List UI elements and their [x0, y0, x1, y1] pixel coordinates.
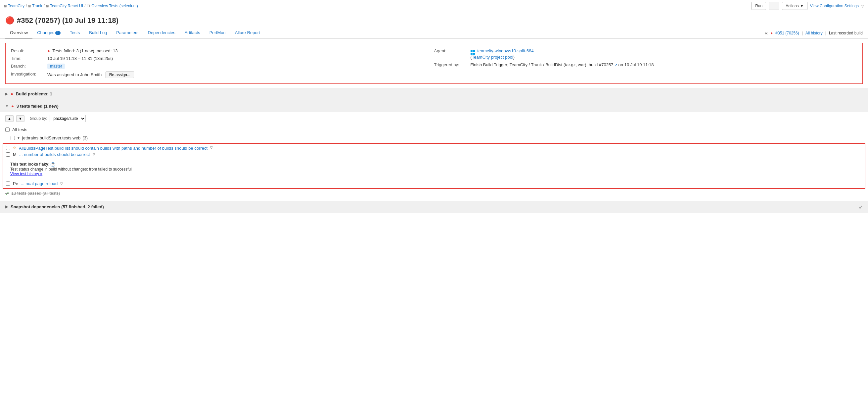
suite-expand-icon: ▼ — [17, 136, 20, 140]
grid-icon-3: ⊞ — [46, 4, 49, 8]
triggered-row: Triggered by: Finish Build Trigger; Team… — [434, 61, 858, 68]
changes-badge: 1 — [55, 31, 61, 35]
breadcrumb-react-ui[interactable]: TeamCity React UI — [50, 4, 83, 8]
build-problems-label: Build problems: 1 — [16, 91, 52, 96]
breadcrumb: ⊞ TeamCity / ⊞ Trunk / ⊞ TeamCity React … — [4, 4, 138, 8]
agent-value: teamcity-windows10-split-684 (TeamCity p… — [471, 48, 534, 60]
test-3-abbrev: Pe — [13, 181, 18, 186]
result-label: Result: — [11, 48, 47, 53]
agent-pool-link[interactable]: TeamCity project pool — [472, 55, 513, 60]
agent-label: Agent: — [434, 48, 471, 53]
triggered-label: Triggered by: — [434, 62, 471, 67]
main-content: Result: ● Tests failed: 3 (1 new), passe… — [0, 43, 868, 213]
tab-perfmon[interactable]: PerfMon — [205, 28, 230, 38]
test-3-dropdown-icon: ▽ — [60, 182, 63, 185]
expand-corner-icon: ⤢ — [859, 204, 863, 210]
snapshot-label: Snapshot dependencies (57 finished, 2 fa… — [10, 204, 104, 209]
test-2-abbrev: M — [13, 152, 17, 157]
suite-label: jetbrains.buildServer.tests.web — [22, 136, 81, 140]
last-recorded-text: Last recorded build — [829, 31, 863, 35]
branch-badge: master — [47, 64, 65, 69]
build-problems-error-icon: ● — [10, 91, 13, 96]
investigation-value: Was assigned to John Smith Re-assign... — [47, 71, 134, 78]
flaky-help-icon[interactable]: ? — [51, 162, 55, 167]
nav-sep-1: | — [802, 31, 803, 35]
tests-toolbar: ▲ ▼ Group by: package/suite — [0, 112, 868, 125]
test-1-checkbox[interactable] — [6, 146, 10, 150]
time-label: Time: — [11, 56, 47, 61]
test-3-checkbox[interactable] — [6, 181, 10, 186]
result-row: Result: ● Tests failed: 3 (1 new), passe… — [11, 47, 434, 55]
tabs-nav-right: « ● #351 (70256) | All history | Last re… — [765, 30, 863, 36]
tab-artifacts[interactable]: Artifacts — [180, 28, 205, 38]
expand-all-button[interactable]: ▲ — [5, 115, 13, 122]
snapshot-deps-section[interactable]: ▶ Snapshot dependencies (57 finished, 2 … — [0, 201, 868, 213]
grid-icon-2: ⊞ — [28, 4, 31, 8]
external-link-icon: ↗ — [615, 63, 617, 67]
tab-overview[interactable]: Overview — [5, 28, 32, 38]
view-test-history-link[interactable]: View test history » — [10, 172, 42, 176]
flaky-popup: This test looks flaky: ? Test status cha… — [6, 159, 862, 179]
all-tests-label: All tests — [12, 127, 28, 132]
check-icon: ✔ — [5, 191, 9, 196]
prev-build-arrow[interactable]: « — [765, 30, 768, 36]
reassign-button[interactable]: Re-assign... — [105, 71, 134, 78]
prev-build-link[interactable]: #351 (70256) — [775, 31, 799, 35]
group-by-select[interactable]: package/suite — [50, 115, 86, 122]
breadcrumb-sep-1: / — [26, 4, 27, 8]
tab-parameters[interactable]: Parameters — [112, 28, 143, 38]
suite-checkbox[interactable] — [10, 136, 15, 140]
test-item-3-row: Pe ... nual page reload ▽ — [6, 180, 862, 187]
run-button[interactable]: Run — [751, 2, 766, 10]
all-tests-row: All tests — [0, 125, 868, 134]
passed-tests-label: 13 tests passed (all tests) — [11, 191, 60, 196]
view-config-link[interactable]: View Configuration Settings — [810, 4, 859, 8]
breadcrumb-teamcity[interactable]: TeamCity — [8, 4, 25, 8]
result-error-icon: ● — [47, 48, 50, 53]
tests-failed-toggle: ▼ — [5, 104, 9, 108]
breadcrumb-trunk[interactable]: Trunk — [32, 4, 42, 8]
build-problems-section[interactable]: ▶ ● Build problems: 1 — [0, 88, 868, 100]
test-list: All tests ▼ jetbrains.buildServer.tests.… — [0, 125, 868, 198]
tab-build-log[interactable]: Build Log — [84, 28, 112, 38]
tabs-bar: Overview Changes1 Tests Build Log Parame… — [0, 28, 868, 39]
test-1-dropdown-icon: ▽ — [210, 146, 213, 149]
group-by-label: Group by: — [30, 116, 47, 121]
top-actions: Run ... Actions ▼ View Configuration Set… — [751, 2, 864, 10]
test-1-link[interactable]: AllBuildsPageTest.build list should cont… — [19, 146, 208, 151]
actions-button[interactable]: Actions ▼ — [782, 2, 807, 10]
time-row: Time: 10 Jul 19 11:18 – 11:31 (13m:25s) — [11, 55, 434, 62]
run-more-button[interactable]: ... — [769, 2, 779, 10]
breadcrumb-overview-tests[interactable]: Overview Tests (selenium) — [91, 4, 138, 8]
tests-failed-label: 3 tests failed (1 new) — [17, 104, 59, 109]
tab-dependencies[interactable]: Dependencies — [143, 28, 180, 38]
build-problems-toggle: ▶ — [5, 92, 8, 96]
tests-failed-error-icon: ● — [11, 104, 14, 109]
tab-tests[interactable]: Tests — [65, 28, 84, 38]
breadcrumb-sep-2: / — [44, 4, 45, 8]
page-icon: ☐ — [87, 4, 90, 8]
dropdown-arrow: ▼ — [800, 4, 804, 8]
all-history-link[interactable]: All history — [805, 31, 823, 35]
test-2-checkbox[interactable] — [6, 152, 10, 157]
flaky-title-row: This test looks flaky: ? — [10, 162, 858, 167]
triggered-value: Finish Build Trigger; TeamCity / Trunk /… — [471, 62, 654, 67]
test-2-suffix: ... number of builds should be correct — [19, 152, 90, 157]
result-value: ● Tests failed: 3 (1 new), passed: 13 — [47, 48, 118, 53]
time-value: 10 Jul 19 11:18 – 11:31 (13m:25s) — [47, 56, 113, 61]
page-title: #352 (70257) (10 Jul 19 11:18) — [17, 16, 119, 25]
collapse-all-button[interactable]: ▼ — [16, 115, 25, 122]
test-3-suffix: ... nual page reload — [21, 181, 58, 186]
test-1-icon: ☆ — [13, 146, 16, 150]
tests-failed-section-header[interactable]: ▼ ● 3 tests failed (1 new) — [0, 100, 868, 112]
error-icon-nav: ● — [770, 31, 773, 35]
page-title-section: 🔴 #352 (70257) (10 Jul 19 11:18) — [0, 12, 868, 28]
build-info-left: Result: ● Tests failed: 3 (1 new), passe… — [11, 47, 434, 80]
tab-allure[interactable]: Allure Report — [230, 28, 265, 38]
tab-changes[interactable]: Changes1 — [32, 28, 65, 38]
all-tests-checkbox[interactable] — [5, 127, 9, 132]
grid-icon-1: ⊞ — [4, 4, 7, 8]
test-suite-row: ▼ jetbrains.buildServer.tests.web (3) — [0, 134, 868, 142]
agent-name-link[interactable]: teamcity-windows10-split-684 — [477, 48, 534, 53]
investigation-label: Investigation: — [11, 71, 47, 77]
